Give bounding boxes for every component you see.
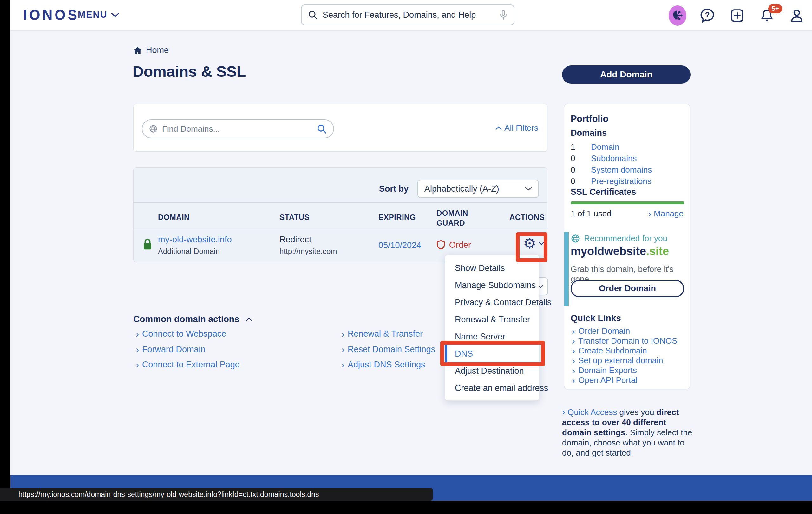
find-domains-input[interactable] xyxy=(162,124,312,134)
quick-link-order-domain[interactable]: › Order Domain xyxy=(572,326,677,336)
quick-link-label: Order Domain xyxy=(578,326,630,336)
left-black-strip xyxy=(0,0,10,514)
count-value: 0 xyxy=(571,153,591,163)
quick-link-label: Create Subdomain xyxy=(578,346,647,356)
sort-select[interactable]: Alphabetically (A-Z) xyxy=(417,179,539,198)
chevron-right-icon: › xyxy=(341,329,345,339)
menu-item-create-email[interactable]: Create an email address xyxy=(445,379,539,397)
portfolio-panel: Portfolio Domains 1 Domain 0 Subdomains … xyxy=(564,104,690,389)
recommended-accent-border xyxy=(564,232,569,306)
chevron-right-icon: › xyxy=(136,329,139,339)
chevron-right-icon: › xyxy=(136,345,139,354)
link-reset-domain-settings[interactable]: › Reset Domain Settings xyxy=(341,345,435,354)
add-product-button[interactable] xyxy=(728,7,746,24)
domain-type-label: Additional Domain xyxy=(158,247,220,256)
page-title: Domains & SSL xyxy=(133,63,246,80)
quick-link-label: Set up external domain xyxy=(578,356,663,366)
menu-item-privacy-contact[interactable]: Privacy & Contact Details xyxy=(445,294,539,311)
link-label: Forward Domain xyxy=(142,345,206,354)
add-domain-button[interactable]: Add Domain xyxy=(562,65,691,84)
link-label: Connect to External Page xyxy=(142,360,240,370)
link-adjust-dns-settings[interactable]: › Adjust DNS Settings xyxy=(341,360,425,370)
menu-item-adjust-destination[interactable]: Adjust Destination xyxy=(445,362,539,379)
count-link-pre-registrations[interactable]: Pre-registrations xyxy=(591,176,651,186)
divider xyxy=(134,202,547,203)
all-filters-toggle[interactable]: All Filters xyxy=(495,123,538,133)
count-link-system-domains[interactable]: System domains xyxy=(591,165,652,175)
menu-label: MENU xyxy=(78,9,107,20)
count-link-domain[interactable]: Domain xyxy=(591,142,619,152)
quick-access-link[interactable]: Quick Access xyxy=(568,407,617,417)
link-renewal-transfer[interactable]: › Renewal & Transfer xyxy=(341,329,423,339)
chevron-right-icon: › xyxy=(136,360,139,370)
quick-link-external-domain[interactable]: › Set up external domain xyxy=(572,356,677,366)
find-domains-field[interactable] xyxy=(142,119,334,138)
menu-item-dns[interactable]: DNS xyxy=(445,345,539,362)
quick-link-domain-exports[interactable]: › Domain Exports xyxy=(572,366,677,375)
bottom-black-band xyxy=(0,501,812,514)
chevron-right-icon: › xyxy=(562,406,565,417)
find-search-icon[interactable] xyxy=(316,123,327,134)
order-domain-button[interactable]: Order Domain xyxy=(571,280,684,297)
notifications-button[interactable]: 5+ xyxy=(758,7,776,24)
chevron-right-icon: › xyxy=(572,366,575,375)
ssl-manage-link[interactable]: › Manage xyxy=(648,209,684,219)
microphone-icon[interactable] xyxy=(499,9,508,20)
recommended-label-row: Recommended for you xyxy=(571,233,667,244)
chevron-right-icon: › xyxy=(572,346,575,356)
link-label: Connect to Webspace xyxy=(142,329,226,339)
common-actions-heading-label: Common domain actions xyxy=(133,314,239,324)
menu-item-name-server[interactable]: Name Server xyxy=(445,328,539,345)
portfolio-count-row: 0 Subdomains xyxy=(571,153,684,163)
ionos-domains-page: IONOS MENU ? xyxy=(0,0,812,514)
lock-icon xyxy=(142,237,153,251)
shield-icon xyxy=(436,240,445,250)
quick-link-transfer-domain[interactable]: › Transfer Domain to IONOS xyxy=(572,336,677,346)
recommended-label: Recommended for you xyxy=(584,233,667,244)
domain-filter-card: All Filters xyxy=(133,104,548,152)
user-icon xyxy=(789,8,805,24)
global-search[interactable] xyxy=(301,4,515,25)
chevron-up-icon xyxy=(495,126,502,130)
breadcrumb-home-label: Home xyxy=(146,46,169,55)
ssl-usage-label: 1 of 1 used xyxy=(571,209,612,219)
ionos-logo[interactable]: IONOS xyxy=(23,7,79,24)
domain-guard-order-link[interactable]: Order xyxy=(436,240,471,250)
portfolio-heading: Portfolio xyxy=(571,114,684,124)
ai-assistant-button[interactable] xyxy=(669,7,687,24)
menu-item-show-details[interactable]: Show Details xyxy=(445,260,539,277)
chevron-right-icon: › xyxy=(572,336,575,346)
common-actions-heading[interactable]: Common domain actions xyxy=(133,314,253,324)
help-button[interactable]: ? xyxy=(698,7,716,24)
row-actions-button[interactable]: ⚙︎ xyxy=(523,236,544,251)
menu-item-manage-subdomains[interactable]: Manage Subdomains xyxy=(445,277,539,294)
column-header-domain-guard: DOMAIN GUARD xyxy=(436,208,474,228)
top-navigation-bar: IONOS MENU ? xyxy=(10,0,812,31)
sort-by-label: Sort by xyxy=(379,184,409,194)
link-forward-domain[interactable]: › Forward Domain xyxy=(136,345,206,354)
count-link-subdomains[interactable]: Subdomains xyxy=(591,153,637,163)
chevron-right-icon: › xyxy=(572,376,575,385)
link-connect-webspace[interactable]: › Connect to Webspace xyxy=(136,329,226,339)
all-filters-label: All Filters xyxy=(504,123,538,133)
count-value: 0 xyxy=(571,176,591,186)
quick-link-open-api-portal[interactable]: › Open API Portal xyxy=(572,375,677,385)
count-value: 0 xyxy=(571,165,591,175)
link-connect-external-page[interactable]: › Connect to External Page xyxy=(136,360,240,370)
domain-name-link[interactable]: my-old-website.info xyxy=(158,235,232,245)
link-label: Renewal & Transfer xyxy=(348,329,423,339)
quick-links-heading: Quick Links xyxy=(571,313,621,323)
notification-badge: 5+ xyxy=(768,4,782,13)
global-search-input[interactable] xyxy=(323,10,494,20)
chevron-right-icon: › xyxy=(572,356,575,366)
breadcrumb[interactable]: Home xyxy=(133,46,169,55)
gear-icon: ⚙︎ xyxy=(523,236,536,251)
menu-button[interactable]: MENU xyxy=(78,9,119,20)
account-button[interactable] xyxy=(788,7,806,24)
manage-label: Manage xyxy=(654,209,684,219)
ssl-heading: SSL Certificates xyxy=(571,187,684,197)
divider xyxy=(134,231,547,231)
quick-link-create-subdomain[interactable]: › Create Subdomain xyxy=(572,346,677,356)
menu-item-renewal-transfer[interactable]: Renewal & Transfer xyxy=(445,311,539,328)
expiring-date-link[interactable]: 05/10/2024 xyxy=(378,240,421,250)
